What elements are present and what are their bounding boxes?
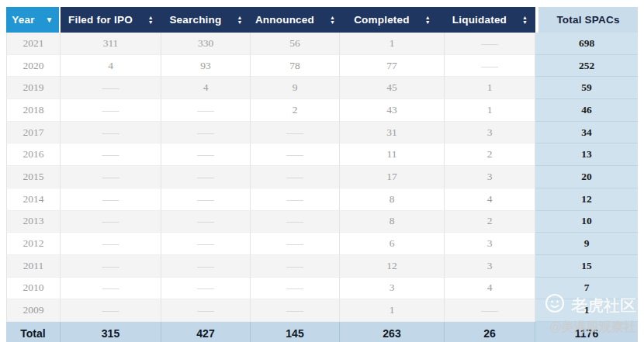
year-cell: 2019 — [6, 77, 61, 99]
filed-cell: —— — [61, 99, 161, 122]
total-cell: 9 — [535, 233, 638, 255]
table-row: 2014——————8412 — [6, 188, 638, 211]
searching-cell: —— — [161, 233, 251, 255]
liquidated-cell: 3 — [445, 166, 535, 188]
filed-cell: —— — [61, 188, 161, 211]
sort-icon[interactable]: ▲▼ — [330, 16, 335, 25]
table-row: 2018————243146 — [6, 99, 638, 122]
sort-icon[interactable]: ▲▼ — [522, 16, 528, 25]
column-label: Year — [12, 14, 34, 26]
searching-cell: 330 — [161, 33, 251, 55]
filed-cell: —— — [61, 211, 161, 233]
filed-cell: —— — [61, 122, 161, 144]
column-label: Total SPACs — [556, 14, 619, 26]
filed-cell: 4 — [61, 55, 161, 78]
table-row: 2010——————347 — [6, 278, 638, 300]
year-cell: 2010 — [6, 278, 61, 300]
total-cell: 46 — [535, 99, 638, 122]
sort-icon[interactable]: ▲▼ — [237, 16, 242, 25]
filed-cell: —— — [61, 233, 161, 255]
total-cell: 13 — [535, 143, 638, 166]
liquidated-cell: 3 — [445, 233, 535, 255]
filed-cell: —— — [61, 166, 161, 188]
liquidated-cell: 2 — [445, 211, 535, 233]
total-cell: 252 — [535, 55, 638, 78]
liquidated-cell: —— — [445, 33, 535, 55]
column-header-year[interactable]: Year▼ — [6, 7, 61, 33]
completed-cell: 1 — [340, 299, 445, 322]
year-cell: 2011 — [6, 255, 61, 278]
total-liquidated-cell: 26 — [445, 322, 535, 342]
column-header-liquidated[interactable]: Liquidated▲▼ — [445, 7, 535, 33]
liquidated-cell: 4 — [445, 278, 535, 300]
liquidated-cell: 1 — [445, 99, 535, 122]
column-label: Announced — [255, 14, 314, 26]
searching-cell: —— — [161, 188, 251, 211]
table-row: 2017——————31334 — [6, 122, 638, 144]
column-header-searching[interactable]: Searching▲▼ — [161, 7, 251, 33]
column-header-total: Total SPACs — [535, 7, 638, 33]
table-row: 2012——————639 — [6, 233, 638, 255]
total-total-cell: 1176 — [535, 322, 638, 342]
searching-cell: 93 — [161, 55, 251, 78]
liquidated-cell: 2 — [445, 143, 535, 166]
announced-cell: 56 — [251, 33, 340, 55]
sort-desc-icon[interactable]: ▼ — [46, 16, 54, 24]
announced-cell: —— — [251, 233, 340, 255]
sort-icon[interactable]: ▲▼ — [425, 16, 431, 25]
completed-cell: 77 — [340, 55, 445, 78]
year-cell: 2012 — [6, 233, 61, 255]
spac-table: Year▼Filed for IPO▲▼Searching▲▼Announced… — [6, 7, 638, 342]
table-row: 20204937877——252 — [6, 55, 638, 78]
total-cell: 1 — [535, 299, 638, 322]
searching-cell: —— — [161, 211, 251, 233]
liquidated-cell: 4 — [445, 188, 535, 211]
total-cell: 698 — [535, 33, 638, 55]
completed-cell: 45 — [340, 77, 445, 99]
completed-cell: 11 — [340, 143, 445, 166]
completed-cell: 8 — [340, 188, 445, 211]
liquidated-cell: 3 — [445, 122, 535, 144]
sort-icon[interactable]: ▲▼ — [148, 16, 154, 25]
year-cell: 2009 — [6, 299, 61, 322]
year-cell: 2020 — [6, 55, 61, 78]
total-cell: 15 — [535, 255, 638, 278]
table-row: 2021311330561——698 — [6, 33, 638, 55]
announced-cell: 9 — [251, 77, 340, 99]
total-cell: 59 — [535, 77, 638, 99]
year-cell: 2016 — [6, 143, 61, 166]
announced-cell: —— — [251, 211, 340, 233]
liquidated-cell: 3 — [445, 255, 535, 278]
announced-cell: 78 — [251, 55, 340, 78]
completed-cell: 3 — [340, 278, 445, 300]
completed-cell: 1 — [340, 33, 445, 55]
completed-cell: 31 — [340, 122, 445, 144]
column-header-announced[interactable]: Announced▲▼ — [251, 7, 340, 33]
table-row: 2019——4945159 — [6, 77, 638, 99]
completed-cell: 12 — [340, 255, 445, 278]
spac-table-container: Year▼Filed for IPO▲▼Searching▲▼Announced… — [6, 7, 638, 342]
searching-cell: —— — [161, 278, 251, 300]
searching-cell: 4 — [161, 77, 251, 99]
searching-cell: —— — [161, 299, 251, 322]
table-row: 2011——————12315 — [6, 255, 638, 278]
total-announced-cell: 145 — [251, 322, 340, 342]
completed-cell: 8 — [340, 211, 445, 233]
totals-row: Total315427145263261176 — [6, 322, 638, 342]
searching-cell: —— — [161, 166, 251, 188]
filed-cell: —— — [61, 278, 161, 300]
announced-cell: —— — [251, 143, 340, 166]
column-header-filed[interactable]: Filed for IPO▲▼ — [61, 7, 161, 33]
column-header-completed[interactable]: Completed▲▼ — [340, 7, 445, 33]
announced-cell: 2 — [251, 99, 340, 122]
total-completed-cell: 263 — [340, 322, 445, 342]
year-cell: 2021 — [6, 33, 61, 55]
searching-cell: —— — [161, 255, 251, 278]
table-row: 2009——————1——1 — [6, 299, 638, 322]
filed-cell: —— — [61, 255, 161, 278]
liquidated-cell: 1 — [445, 77, 535, 99]
column-label: Liquidated — [452, 14, 507, 26]
total-cell: 12 — [535, 188, 638, 211]
column-label: Filed for IPO — [68, 14, 133, 26]
total-label-cell: Total — [6, 322, 61, 342]
